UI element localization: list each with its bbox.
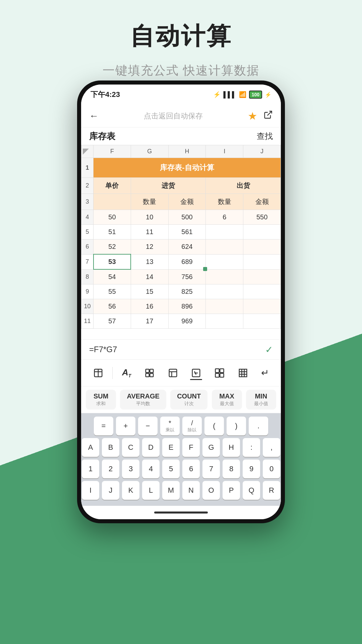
key-2[interactable]: 2	[102, 460, 119, 478]
toolbar-merge[interactable]	[210, 365, 229, 381]
func-max[interactable]: MAX 最大值	[212, 390, 242, 410]
col-header-F[interactable]: F	[94, 145, 131, 158]
key-E[interactable]: E	[162, 438, 180, 457]
find-button[interactable]: 查找	[257, 131, 273, 142]
key-L[interactable]: L	[142, 481, 160, 500]
cell-J3[interactable]: 金额	[243, 194, 281, 210]
key-3[interactable]: 3	[122, 460, 139, 478]
key-9[interactable]: 9	[243, 460, 260, 478]
cell-I11[interactable]	[206, 314, 243, 329]
cell-I9[interactable]	[206, 284, 243, 299]
cell-F5[interactable]: 51	[94, 225, 131, 239]
cell-F8[interactable]: 54	[94, 269, 131, 284]
col-header-J[interactable]: J	[243, 145, 281, 158]
cell-I8[interactable]	[206, 269, 243, 284]
cell-J6[interactable]	[243, 239, 281, 255]
cell-G9[interactable]: 15	[131, 284, 168, 299]
back-button[interactable]: ←	[89, 111, 99, 121]
cell-F6[interactable]: 52	[94, 239, 131, 255]
cell-I5[interactable]	[206, 225, 243, 239]
key-F[interactable]: F	[182, 438, 200, 457]
func-count[interactable]: COUNT 计次	[170, 390, 207, 410]
cell-J9[interactable]	[243, 284, 281, 299]
toolbar-formula[interactable]	[187, 365, 205, 381]
cell-H4[interactable]: 500	[168, 210, 206, 225]
key-H[interactable]: H	[223, 438, 240, 457]
sheet-title-cell[interactable]: 库存表-自动计算	[94, 158, 281, 178]
cell-J11[interactable]	[243, 314, 281, 329]
key-8[interactable]: 8	[223, 460, 240, 478]
key-N[interactable]: N	[182, 481, 200, 500]
key-rparen[interactable]: )	[227, 417, 246, 435]
key-K[interactable]: K	[122, 481, 139, 500]
toolbar-table-settings[interactable]	[89, 365, 107, 381]
cell-F2[interactable]: 单价	[94, 178, 131, 194]
favorite-icon[interactable]: ★	[248, 110, 257, 122]
key-divide[interactable]: /除以	[182, 417, 202, 435]
col-header-G[interactable]: G	[131, 145, 168, 158]
key-lparen[interactable]: (	[204, 417, 224, 435]
cell-F9[interactable]: 55	[94, 284, 131, 299]
cell-H3[interactable]: 金额	[168, 194, 206, 210]
cell-I7[interactable]	[206, 254, 243, 269]
cell-G11[interactable]: 17	[131, 314, 168, 329]
cell-H5[interactable]: 561	[168, 225, 206, 239]
toolbar-newline[interactable]: ↵	[257, 365, 273, 381]
key-7[interactable]: 7	[202, 460, 220, 478]
func-average[interactable]: AVERAGE 平均数	[120, 390, 166, 410]
cell-G10[interactable]: 16	[131, 299, 168, 314]
cell-G5[interactable]: 11	[131, 225, 168, 239]
toolbar-cell-format[interactable]	[140, 365, 159, 381]
cell-H9[interactable]: 825	[168, 284, 206, 299]
col-header-H[interactable]: H	[168, 145, 206, 158]
key-4[interactable]: 4	[142, 460, 160, 478]
key-5[interactable]: 5	[162, 460, 180, 478]
key-plus[interactable]: +	[116, 417, 135, 435]
key-J[interactable]: J	[102, 481, 119, 500]
cell-H11[interactable]: 969	[168, 314, 206, 329]
key-R[interactable]: R	[263, 481, 280, 500]
toolbar-text-format[interactable]: AT	[118, 365, 135, 381]
toolbar-freeze[interactable]	[164, 365, 182, 381]
cell-I3[interactable]: 数量	[206, 194, 243, 210]
key-Q[interactable]: Q	[243, 481, 260, 500]
cell-IJ2[interactable]: 出货	[206, 178, 281, 194]
cell-I10[interactable]	[206, 299, 243, 314]
cell-J5[interactable]	[243, 225, 281, 239]
key-6[interactable]: 6	[182, 460, 200, 478]
cell-J7[interactable]	[243, 254, 281, 269]
key-dot[interactable]: .	[249, 417, 268, 435]
cell-F4[interactable]: 50	[94, 210, 131, 225]
key-colon[interactable]: :	[243, 438, 260, 457]
key-minus[interactable]: −	[138, 417, 158, 435]
cell-G6[interactable]: 12	[131, 239, 168, 255]
cell-H6[interactable]: 624	[168, 239, 206, 255]
key-G[interactable]: G	[202, 438, 220, 457]
func-min[interactable]: MIN 最小值	[246, 390, 276, 410]
key-C[interactable]: C	[122, 438, 139, 457]
key-multiply[interactable]: *乘以	[160, 417, 180, 435]
key-1[interactable]: 1	[82, 460, 99, 478]
cell-I6[interactable]	[206, 239, 243, 255]
cell-GH2[interactable]: 进货	[131, 178, 206, 194]
key-equals[interactable]: =	[94, 417, 113, 435]
cell-I4[interactable]: 6	[206, 210, 243, 225]
cell-F11[interactable]: 57	[94, 314, 131, 329]
key-comma[interactable]: ,	[263, 438, 280, 457]
key-I[interactable]: I	[82, 481, 99, 500]
cell-H7[interactable]: 689	[168, 254, 206, 269]
cell-G8[interactable]: 14	[131, 269, 168, 284]
cell-H10[interactable]: 896	[168, 299, 206, 314]
toolbar-border[interactable]	[234, 365, 252, 381]
cell-J8[interactable]	[243, 269, 281, 284]
cell-F7[interactable]: 53	[94, 254, 131, 269]
cell-H8[interactable]: 756	[168, 269, 206, 284]
key-D[interactable]: D	[142, 438, 160, 457]
key-M[interactable]: M	[162, 481, 180, 500]
fill-handle[interactable]	[203, 267, 207, 271]
formula-text[interactable]: =F7*G7	[89, 345, 265, 354]
key-O[interactable]: O	[202, 481, 220, 500]
col-header-I[interactable]: I	[206, 145, 243, 158]
cell-G7[interactable]: 13	[131, 254, 168, 269]
cell-G4[interactable]: 10	[131, 210, 168, 225]
